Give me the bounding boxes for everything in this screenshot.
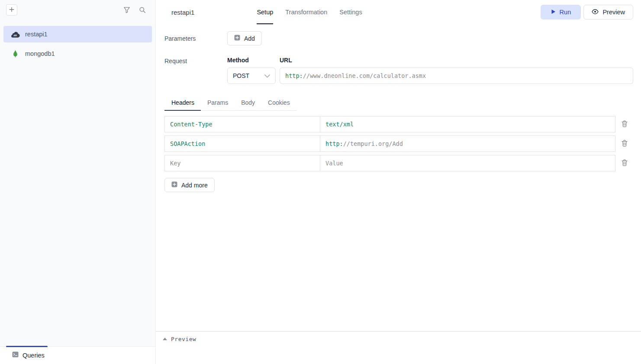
header-key-text: SOAPAction [170,140,205,147]
header-key-text: Content-Type [170,121,213,128]
header-value-text: http: [325,140,343,147]
chevron-down-icon [264,72,270,79]
queries-tab-active-indicator [6,346,48,347]
response-preview-panel[interactable]: Preview [156,331,641,364]
rest-api-icon: API [10,31,20,38]
add-parameter-label: Add [244,35,255,42]
parameters-label: Parameters [164,35,227,42]
play-icon [551,9,556,16]
queries-icon [12,351,19,359]
header-key-input-3[interactable] [164,155,320,171]
header-row-3 [164,155,633,171]
url-label: URL [280,57,633,64]
run-button-label: Run [560,9,571,16]
tab-params[interactable]: Params [201,95,235,111]
request-row: Request Method POST URL [164,57,633,84]
method-field: Method POST [227,57,276,84]
preview-button-label: Preview [602,9,625,16]
sidebar-item-label: mongodb1 [25,50,55,57]
header-value-input-2[interactable]: http://tempuri.org/Add [320,135,615,152]
header-value-text: text/xml [325,121,354,128]
query-list: API restapi1 mongodb1 [0,20,155,65]
preview-panel-label: Preview [171,336,196,342]
mongodb-icon [10,49,20,58]
setup-form: Parameters Add Request Method POST [156,24,641,331]
run-button[interactable]: Run [541,5,581,19]
app-root: API restapi1 mongodb1 [0,0,641,364]
filter-icon[interactable] [123,6,130,13]
method-value: POST [233,72,249,79]
preview-button[interactable]: Preview [583,5,633,19]
header-value-input-3[interactable] [320,155,615,171]
sidebar-toolbar-icons [123,6,146,13]
url-scheme-text: http: [285,72,303,79]
method-label: Method [227,57,276,64]
delete-header-button-1[interactable] [615,116,633,132]
request-label: Request [164,57,227,84]
tab-queries[interactable]: Queries [0,347,155,364]
parameters-row: Parameters Add [164,31,633,45]
method-select[interactable]: POST [227,68,276,84]
trash-icon [622,159,628,168]
eye-icon [592,9,599,16]
header-value-input-1[interactable]: text/xml [320,116,615,132]
tab-setup[interactable]: Setup [257,0,273,24]
sidebar-item-mongodb1[interactable]: mongodb1 [3,45,152,62]
sidebar-item-restapi1[interactable]: API restapi1 [3,26,152,42]
tab-cookies[interactable]: Cookies [261,95,296,111]
search-icon[interactable] [139,6,146,13]
page-title: restapi1 [171,9,194,16]
plus-square-icon [171,181,177,189]
delete-header-button-2[interactable] [615,135,633,152]
sidebar: API restapi1 mongodb1 [0,0,156,364]
sidebar-toolbar [0,0,155,20]
header-row-1: Content-Type text/xml [164,116,633,132]
request-config-tabs: Headers Params Body Cookies [164,95,296,111]
bottom-tab-bar: Queries [0,346,155,364]
add-more-label: Add more [181,182,208,189]
delete-header-button-3[interactable] [615,155,633,171]
query-tabs: Setup Transformation Settings [257,0,362,24]
url-field: URL http://www.dneonline.com/calculator.… [280,57,633,84]
url-rest-text: //www.dneonline.com/calculator.asmx [303,72,426,79]
caret-up-icon [163,338,167,340]
tab-body[interactable]: Body [235,95,261,111]
header-actions: Run Preview [541,5,633,19]
header-value-text-secondary: //tempuri.org/Add [343,140,403,147]
header-key-input-1[interactable]: Content-Type [164,116,320,132]
add-more-button[interactable]: Add more [164,178,215,192]
tab-transformation[interactable]: Transformation [285,0,327,24]
plus-icon [9,7,14,13]
headers-table: Content-Type text/xml SOAPAction [164,116,633,171]
tab-settings[interactable]: Settings [339,0,362,24]
svg-text:API: API [13,35,17,37]
query-header: restapi1 Setup Transformation Settings R… [156,0,641,24]
sidebar-item-label: restapi1 [25,31,48,38]
add-entity-button[interactable] [6,4,17,16]
main-panel: restapi1 Setup Transformation Settings R… [156,0,641,364]
plus-square-icon [234,35,240,42]
queries-tab-label: Queries [23,352,45,359]
url-input[interactable]: http://www.dneonline.com/calculator.asmx [280,68,633,84]
trash-icon [622,140,628,148]
header-row-2: SOAPAction http://tempuri.org/Add [164,135,633,152]
trash-icon [622,120,628,129]
tab-headers[interactable]: Headers [164,95,201,111]
add-parameter-button[interactable]: Add [227,31,262,45]
request-fields: Method POST URL http://www.dneonline.com… [227,57,633,84]
header-key-input-2[interactable]: SOAPAction [164,135,320,152]
